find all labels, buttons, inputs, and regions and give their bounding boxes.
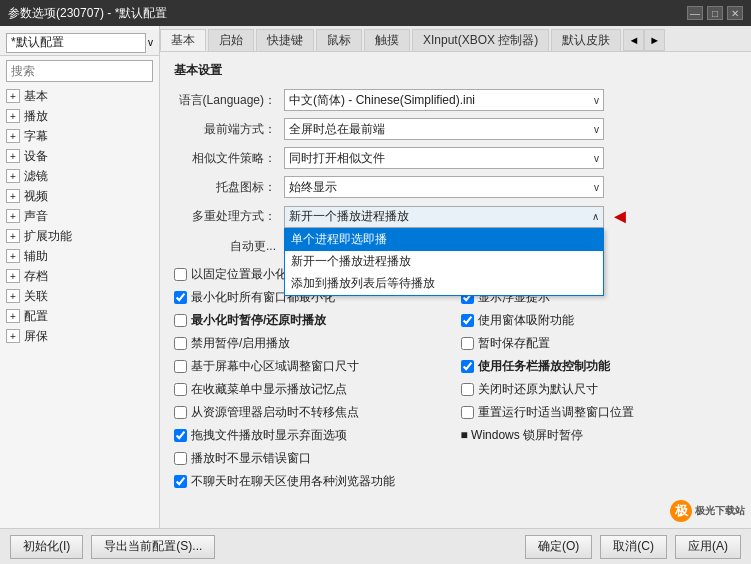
tree-expand-icon: + (6, 189, 20, 203)
checkbox-row-right-5: 关闭时还原为默认尺寸 (461, 379, 738, 399)
bottom-left-button-1[interactable]: 导出当前配置(S)... (91, 535, 215, 559)
form-control-3[interactable]: 始终显示v (284, 176, 604, 198)
sidebar-item-播放[interactable]: +播放 (0, 106, 159, 126)
checkbox-left-1[interactable] (174, 291, 187, 304)
form-control-0[interactable]: 中文(简体) - Chinese(Simplified).iniv (284, 89, 604, 111)
checkbox-row-right-7: ■ Windows 锁屏时暂停 (461, 425, 738, 445)
sidebar-item-扩展功能[interactable]: +扩展功能 (0, 226, 159, 246)
dropdown-container-4: 新开一个播放进程播放∧单个进程即选即播新开一个播放进程播放添加到播放列表后等待播… (284, 206, 604, 228)
bottom-right: 确定(O)取消(C)应用(A) 极 极光下载站 (525, 535, 741, 559)
checkbox-left-5[interactable] (174, 383, 187, 396)
checkbox-label-left-9: 不聊天时在聊天区使用各种浏览器功能 (191, 474, 395, 488)
dropdown-option-2[interactable]: 添加到播放列表后等待播放 (285, 273, 603, 295)
sidebar-item-label: 关联 (24, 288, 48, 305)
checkbox-label-right-3: 暂时保存配置 (478, 336, 550, 350)
dropdown-header-4[interactable]: 新开一个播放进程播放∧ (284, 206, 604, 228)
watermark: 极 极光下载站 (670, 500, 745, 522)
tab-快捷键[interactable]: 快捷键 (256, 29, 314, 51)
tree-expand-icon: + (6, 249, 20, 263)
sidebar-item-label: 配置 (24, 308, 48, 325)
bottom-left-button-0[interactable]: 初始化(I) (10, 535, 83, 559)
checkbox-right-6[interactable] (461, 406, 474, 419)
checkbox-row-right-8 (461, 448, 738, 468)
sidebar-item-label: 存档 (24, 268, 48, 285)
form-label-0: 语言(Language)： (174, 92, 284, 109)
checkbox-right-5[interactable] (461, 383, 474, 396)
close-button[interactable]: ✕ (727, 6, 743, 20)
tab-鼠标[interactable]: 鼠标 (316, 29, 362, 51)
bottom-right-button-0[interactable]: 确定(O) (525, 535, 592, 559)
form-label-2: 相似文件策略： (174, 150, 284, 167)
form-row-3: 托盘图标：始终显示v (174, 176, 737, 198)
dropdown-indicator-1: v (590, 124, 599, 135)
profile-dropdown-arrow[interactable]: v (148, 37, 153, 48)
tab-arrow-next[interactable]: ► (644, 29, 665, 51)
dropdown-option-1[interactable]: 新开一个播放进程播放 (285, 251, 603, 273)
dropdown-option-0[interactable]: 单个进程即选即播 (285, 229, 603, 251)
sidebar-item-关联[interactable]: +关联 (0, 286, 159, 306)
sidebar-item-label: 扩展功能 (24, 228, 72, 245)
checkbox-left-0[interactable] (174, 268, 187, 281)
tree-expand-icon: + (6, 169, 20, 183)
tab-arrow-prev[interactable]: ◄ (623, 29, 644, 51)
tab-XInput(XBOX 控制器)[interactable]: XInput(XBOX 控制器) (412, 29, 549, 51)
form-value-3: 始终显示 (289, 179, 590, 196)
minimize-button[interactable]: — (687, 6, 703, 20)
tab-基本[interactable]: 基本 (160, 29, 206, 51)
checkbox-row-left-8: 播放时不显示错误窗口 (174, 448, 451, 468)
checkbox-label-left-7: 拖拽文件播放时显示弃面选项 (191, 428, 347, 442)
checkbox-left-8[interactable] (174, 452, 187, 465)
checkbox-right-2[interactable] (461, 314, 474, 327)
checkbox-right-3[interactable] (461, 337, 474, 350)
form-control-1[interactable]: 全屏时总在最前端v (284, 118, 604, 140)
form-row-2: 相似文件策略：同时打开相似文件v (174, 147, 737, 169)
checkbox-left-3[interactable] (174, 337, 187, 350)
window-title: 参数选项(230707) - *默认配置 (8, 5, 167, 22)
tab-默认皮肤[interactable]: 默认皮肤 (551, 29, 621, 51)
tree-expand-icon: + (6, 209, 20, 223)
sidebar-item-辅助[interactable]: +辅助 (0, 246, 159, 266)
form-value-1: 全屏时总在最前端 (289, 121, 590, 138)
tree-expand-icon: + (6, 329, 20, 343)
sidebar-item-基本[interactable]: +基本 (0, 86, 159, 106)
bottom-right-button-2[interactable]: 应用(A) (675, 535, 741, 559)
bottom-right-button-1[interactable]: 取消(C) (600, 535, 667, 559)
tab-启始[interactable]: 启始 (208, 29, 254, 51)
tree-expand-icon: + (6, 289, 20, 303)
sidebar-item-字幕[interactable]: +字幕 (0, 126, 159, 146)
tree-expand-icon: + (6, 309, 20, 323)
checkbox-left-2[interactable] (174, 314, 187, 327)
bottom-bar: 初始化(I)导出当前配置(S)... 确定(O)取消(C)应用(A) 极 极光下… (0, 528, 751, 564)
checkbox-left-7[interactable] (174, 429, 187, 442)
sidebar-item-滤镜[interactable]: +滤镜 (0, 166, 159, 186)
sidebar-item-设备[interactable]: +设备 (0, 146, 159, 166)
sidebar-item-声音[interactable]: +声音 (0, 206, 159, 226)
profile-name[interactable]: *默认配置 (6, 33, 146, 53)
checkbox-row-right-6: 重置运行时适当调整窗口位置 (461, 402, 738, 422)
checkbox-left-9[interactable] (174, 475, 187, 488)
search-bar: 🔍 (6, 60, 153, 82)
bottom-left: 初始化(I)导出当前配置(S)... (10, 535, 215, 559)
sidebar-item-label: 字幕 (24, 128, 48, 145)
checkbox-label-right-5: 关闭时还原为默认尺寸 (478, 382, 598, 396)
sidebar-item-屏保[interactable]: +屏保 (0, 326, 159, 346)
checkbox-row-left-2: 最小化时暂停/还原时播放 (174, 310, 451, 330)
checkbox-row-left-9: 不聊天时在聊天区使用各种浏览器功能 (174, 471, 451, 491)
checkbox-row-left-6: 从资源管理器启动时不转移焦点 (174, 402, 451, 422)
tab-触摸[interactable]: 触摸 (364, 29, 410, 51)
watermark-icon: 极 (670, 500, 692, 522)
checkbox-left-6[interactable] (174, 406, 187, 419)
search-input[interactable] (11, 64, 161, 78)
dropdown-indicator-2: v (590, 153, 599, 164)
maximize-button[interactable]: □ (707, 6, 723, 20)
form-control-2[interactable]: 同时打开相似文件v (284, 147, 604, 169)
dropdown-selected-text: 新开一个播放进程播放 (289, 208, 588, 225)
checkbox-label-right-7: ■ Windows 锁屏时暂停 (461, 428, 584, 442)
checkbox-label-left-3: 禁用暂停/启用播放 (191, 336, 290, 350)
checkbox-right-4[interactable] (461, 360, 474, 373)
sidebar-item-视频[interactable]: +视频 (0, 186, 159, 206)
sidebar-item-配置[interactable]: +配置 (0, 306, 159, 326)
checkbox-left-4[interactable] (174, 360, 187, 373)
checkbox-label-right-2: 使用窗体吸附功能 (478, 313, 574, 327)
sidebar-item-存档[interactable]: +存档 (0, 266, 159, 286)
